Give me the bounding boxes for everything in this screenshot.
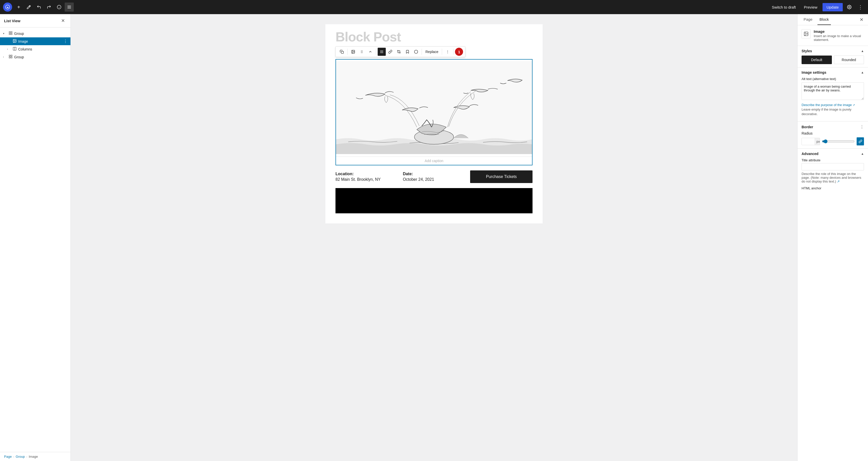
svg-rect-8 <box>11 32 12 33</box>
info-button[interactable] <box>55 2 64 11</box>
wp-logo-button[interactable] <box>3 2 12 11</box>
purchase-tickets-button[interactable]: Purchase Tickets <box>470 170 532 183</box>
group2-label: Group <box>14 55 67 59</box>
svg-point-23 <box>362 51 363 51</box>
list-item-group2[interactable]: › Group <box>0 53 70 61</box>
list-view-title: List View <box>4 19 21 23</box>
copy-block-button[interactable] <box>338 48 346 56</box>
image-settings-header[interactable]: Image settings ▲ <box>802 70 864 74</box>
image1-dots[interactable]: ⋮ <box>63 39 67 44</box>
title-attribute-input[interactable] <box>802 163 864 170</box>
svg-rect-17 <box>9 57 10 58</box>
columns1-label: Columns <box>18 47 67 51</box>
styles-section-header[interactable]: Styles ▲ <box>802 49 864 53</box>
svg-rect-10 <box>11 33 12 35</box>
breadcrumb-group[interactable]: Group <box>16 455 25 459</box>
image-type-button[interactable] <box>349 48 357 56</box>
settings-button[interactable] <box>845 2 854 11</box>
crop-button[interactable] <box>395 48 403 56</box>
date-label: Date: <box>403 172 465 176</box>
replace-button[interactable]: Replace <box>424 49 440 55</box>
add-block-button[interactable]: + <box>14 2 23 11</box>
radius-input-row: px <box>802 137 864 145</box>
image-block-icon <box>804 31 809 36</box>
link-corners-button[interactable] <box>857 137 864 145</box>
radius-value-input[interactable] <box>802 138 814 145</box>
svg-rect-15 <box>9 55 10 56</box>
radius-slider[interactable] <box>822 139 855 143</box>
expand-arrow-group2: › <box>3 56 7 58</box>
tab-block[interactable]: Block <box>817 14 831 25</box>
list-view-header: List View ✕ <box>0 14 70 28</box>
tab-page[interactable]: Page <box>802 14 814 25</box>
radius-label: Radius <box>802 131 864 135</box>
svg-rect-16 <box>11 55 12 56</box>
list-view-button[interactable] <box>65 2 74 11</box>
svg-rect-9 <box>9 33 10 35</box>
move-block-button[interactable] <box>366 48 374 56</box>
toolbar-sep4 <box>442 49 442 55</box>
update-button[interactable]: Update <box>823 3 843 11</box>
location-label: Location: <box>336 172 398 176</box>
more-options-button[interactable]: ⋮ <box>856 2 865 11</box>
advanced-section: Advanced ▲ Title attribute Describe the … <box>798 149 868 194</box>
redo-button[interactable] <box>44 2 54 11</box>
event-info-section: Location: 82 Main St. Brooklyn, NY Date:… <box>326 165 542 188</box>
title-attr-link[interactable]: ↗ <box>837 179 840 183</box>
close-sidebar-button[interactable]: ✕ <box>858 16 865 23</box>
toolbar-sep5 <box>453 49 454 55</box>
title-attr-label: Title attribute <box>802 158 864 162</box>
border-options-button[interactable]: ⋮ <box>860 125 864 129</box>
list-view-items: ▾ Group Image ⋮ › Colu <box>0 28 70 63</box>
svg-rect-18 <box>11 57 12 58</box>
svg-point-35 <box>805 33 806 34</box>
style-rounded-button[interactable]: Rounded <box>834 56 864 64</box>
html-anchor-label: HTML anchor <box>802 186 864 190</box>
image-settings-toggle: ▲ <box>861 71 864 74</box>
content-area[interactable]: Block Post <box>71 14 797 461</box>
link-button[interactable] <box>386 48 394 56</box>
toolbar-sep1 <box>347 49 348 55</box>
block-toolbar: Replace ⋮ 1 <box>336 46 465 57</box>
styles-section: Styles ▲ Default Rounded <box>798 46 868 67</box>
breadcrumb-current: Image <box>29 455 38 459</box>
list-view-panel: List View ✕ ▾ Group Image ⋮ <box>0 14 71 461</box>
image-content <box>336 60 532 156</box>
right-sidebar: Page Block ✕ Image Insert an image to ma… <box>797 14 868 461</box>
list-item-group1[interactable]: ▾ Group <box>0 30 70 37</box>
breadcrumb: Page › Group › Image <box>0 452 70 461</box>
switch-to-draft-button[interactable]: Switch to draft <box>769 3 799 11</box>
alt-text-input[interactable]: Image of a woman being carried through t… <box>802 82 864 100</box>
image-caption[interactable]: Add caption <box>336 157 532 165</box>
svg-point-26 <box>361 53 362 53</box>
preview-button[interactable]: Preview <box>801 3 820 11</box>
style-default-button[interactable]: Default <box>802 56 832 64</box>
block-name: Image <box>814 29 864 34</box>
align-button[interactable] <box>378 48 386 56</box>
radius-unit: px <box>814 138 820 145</box>
radius-input-wrapper: px <box>802 138 820 145</box>
circle-button[interactable] <box>412 48 420 56</box>
bookmark-button[interactable] <box>403 48 411 56</box>
expand-arrow-columns1: › <box>7 48 11 51</box>
list-item-image1[interactable]: Image ⋮ <box>0 37 70 45</box>
badge-number[interactable]: 1 <box>455 48 463 56</box>
describe-purpose-link[interactable]: Describe the purpose of the image ↗ <box>802 103 855 107</box>
svg-rect-19 <box>341 51 344 54</box>
location-value: 82 Main St. Brooklyn, NY <box>336 177 398 182</box>
close-list-view-button[interactable]: ✕ <box>59 17 66 24</box>
image-selected-wrapper[interactable]: Add caption <box>336 59 532 165</box>
block-icon <box>802 29 811 38</box>
edit-button[interactable] <box>24 2 33 11</box>
breadcrumb-page[interactable]: Page <box>4 455 11 459</box>
undo-button[interactable] <box>34 2 43 11</box>
page-title-hint: Block Post <box>336 29 532 44</box>
advanced-header[interactable]: Advanced ▲ <box>802 152 864 156</box>
drag-handle-button[interactable] <box>358 48 366 56</box>
toolbar-sep3 <box>422 49 422 55</box>
svg-point-22 <box>361 51 362 51</box>
image-icon <box>12 39 17 44</box>
block-more-options-button[interactable]: ⋮ <box>443 48 452 56</box>
title-attr-description: Describe the role of this image on the p… <box>802 172 864 183</box>
list-item-columns1[interactable]: › Columns <box>0 45 70 53</box>
